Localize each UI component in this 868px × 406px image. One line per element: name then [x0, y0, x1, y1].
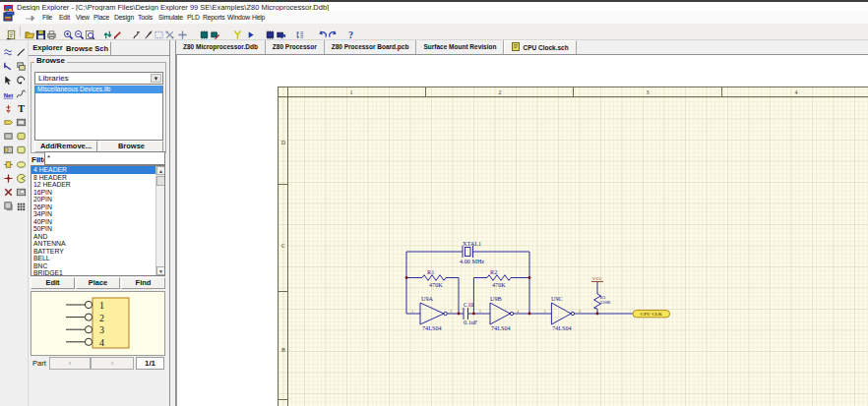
sheet-entry-tool-icon[interactable]: [3, 145, 14, 155]
arc-tool-icon[interactable]: [16, 75, 27, 86]
power-port-tool-icon[interactable]: [3, 100, 14, 111]
bezier-tool-icon[interactable]: [16, 89, 27, 100]
cursor-tool-icon[interactable]: [3, 75, 14, 86]
print-icon[interactable]: [46, 27, 57, 37]
explorer-toggle-icon[interactable]: [6, 27, 17, 37]
array-paste-tool-icon[interactable]: [16, 201, 27, 211]
menu-help[interactable]: Help: [252, 11, 265, 24]
arc-tool-icon[interactable]: [16, 72, 27, 83]
sheet-entry-tool-icon[interactable]: [3, 142, 14, 152]
port-tool-icon[interactable]: [3, 114, 14, 125]
bus-entry-tool-icon[interactable]: [3, 58, 14, 69]
wiring-tool-icon[interactable]: [132, 29, 143, 40]
zoom-out-icon[interactable]: [74, 27, 85, 37]
net-label-tool-icon[interactable]: Net: [3, 89, 14, 100]
scroll-down-icon[interactable]: ▼: [156, 266, 165, 275]
menu-place[interactable]: Place: [93, 11, 109, 24]
component-list-item[interactable]: ANTENNA: [31, 240, 164, 248]
component-list-item[interactable]: 40PIN: [31, 218, 164, 226]
net-label-tool-icon[interactable]: Net: [3, 87, 14, 97]
document-tab-cpu-clock-sch[interactable]: CPU Clock.sch: [504, 40, 576, 54]
menu-edit[interactable]: Edit: [59, 11, 70, 24]
document-tab-z80-microprocessor-ddb[interactable]: Z80 Microprocessor.Ddb: [176, 40, 266, 54]
menu-tools[interactable]: Tools: [138, 11, 153, 24]
zoom-in-icon[interactable]: [63, 27, 74, 37]
rounded-rect-tool-icon[interactable]: [16, 128, 27, 139]
find-button[interactable]: Find: [121, 277, 165, 289]
image-tool-icon[interactable]: [16, 184, 27, 195]
junction-tool-icon[interactable]: [3, 173, 14, 184]
wire-tool-icon[interactable]: [3, 47, 14, 58]
menu-reports[interactable]: Reports: [203, 11, 224, 24]
undo-icon[interactable]: [317, 27, 328, 37]
port-cpu-clk[interactable]: CPU CLK: [633, 311, 670, 318]
array-paste-tool-icon[interactable]: [16, 198, 27, 208]
scrollbar-thumb[interactable]: [156, 176, 165, 186]
line-tool-icon[interactable]: [16, 47, 27, 58]
port-tool-icon[interactable]: [3, 117, 14, 128]
netlist-icon[interactable]: [294, 27, 305, 37]
line-tool-icon[interactable]: [16, 44, 27, 55]
open-document-icon[interactable]: [25, 27, 35, 37]
crosshair-icon[interactable]: [177, 29, 188, 40]
help-icon[interactable]: ?: [345, 27, 356, 37]
rectangle-tool-icon[interactable]: [3, 131, 14, 142]
component-list-item[interactable]: 26PIN: [31, 203, 164, 211]
redo-icon[interactable]: [328, 27, 339, 37]
component-list-item[interactable]: 4 HEADER: [31, 166, 164, 174]
sheet-parts-tool-icon[interactable]: [16, 61, 27, 72]
component-list-item[interactable]: 8 HEADER: [31, 174, 164, 182]
panel-splitter[interactable]: [169, 40, 176, 406]
document-tab-z80-processor[interactable]: Z80 Processor: [266, 40, 325, 54]
place-button[interactable]: Place: [76, 277, 120, 289]
zoom-area-icon[interactable]: [85, 27, 95, 37]
filled-rect-tool-icon[interactable]: [16, 145, 27, 155]
tab-browse-sch[interactable]: Browse Sch: [63, 41, 111, 55]
power-port-tool-icon[interactable]: [3, 103, 14, 114]
library-list-item[interactable]: Miscellaneous Devices.lib: [35, 86, 162, 93]
print-icon[interactable]: [46, 29, 57, 40]
edit-pencil-icon[interactable]: [112, 29, 123, 40]
edit-button[interactable]: Edit: [31, 277, 75, 289]
pie-tool-icon[interactable]: [16, 170, 27, 181]
rounded-rect-tool-icon[interactable]: [16, 131, 27, 142]
schematic-sheet[interactable]: 1 2 3 4 D C B: [278, 87, 868, 406]
component-list-item[interactable]: 20PIN: [31, 196, 164, 203]
junction-tool-icon[interactable]: [3, 170, 14, 181]
probe-icon[interactable]: [232, 29, 243, 40]
library-list[interactable]: Miscellaneous Devices.lib: [34, 86, 163, 141]
chip-update-icon[interactable]: [276, 29, 286, 40]
undo-icon[interactable]: [317, 29, 328, 40]
component-list-item[interactable]: 12 HEADER: [31, 181, 164, 189]
wire-tool-icon[interactable]: [3, 44, 14, 55]
explorer-toggle-icon[interactable]: [6, 29, 17, 40]
menu-file[interactable]: File: [42, 11, 52, 24]
ellipse-tool-icon[interactable]: [16, 156, 27, 167]
chip-icon[interactable]: [265, 27, 276, 37]
sheet-doc-icon[interactable]: [512, 42, 520, 51]
menu-window[interactable]: Window: [227, 11, 250, 24]
previous-part-button[interactable]: ‹: [49, 357, 91, 370]
sheet-parts-tool-icon[interactable]: [16, 58, 27, 69]
pen-tool-icon[interactable]: [143, 27, 154, 37]
move-tool-icon[interactable]: [164, 27, 175, 37]
component-list-scrollbar[interactable]: ▲ ▼: [155, 166, 164, 275]
next-part-button[interactable]: ›: [91, 357, 134, 370]
chip-icon[interactable]: [265, 29, 276, 40]
component-list-item[interactable]: AND: [31, 233, 164, 241]
database-icon[interactable]: [3, 11, 15, 23]
ellipse-tool-icon[interactable]: [16, 159, 27, 170]
sheet-symbol-tool-icon[interactable]: [16, 117, 27, 128]
move-tool-icon[interactable]: [164, 29, 175, 40]
zoom-in-icon[interactable]: [63, 29, 74, 40]
dropdown-arrow-icon[interactable]: ▼: [151, 74, 161, 83]
chip-update-icon[interactable]: [276, 27, 286, 37]
tab-explorer[interactable]: Explorer: [32, 41, 63, 55]
bezier-tool-icon[interactable]: [16, 87, 27, 97]
zoom-out-icon[interactable]: [74, 29, 85, 40]
part-chip-icon[interactable]: [199, 27, 210, 37]
cursor-tool-icon[interactable]: [3, 72, 14, 83]
save-document-icon[interactable]: [35, 27, 46, 37]
selection-rect-icon[interactable]: [154, 29, 164, 40]
document-tab-z80-processor-board-pcb[interactable]: Z80 Processor Board.pcb: [325, 40, 417, 54]
